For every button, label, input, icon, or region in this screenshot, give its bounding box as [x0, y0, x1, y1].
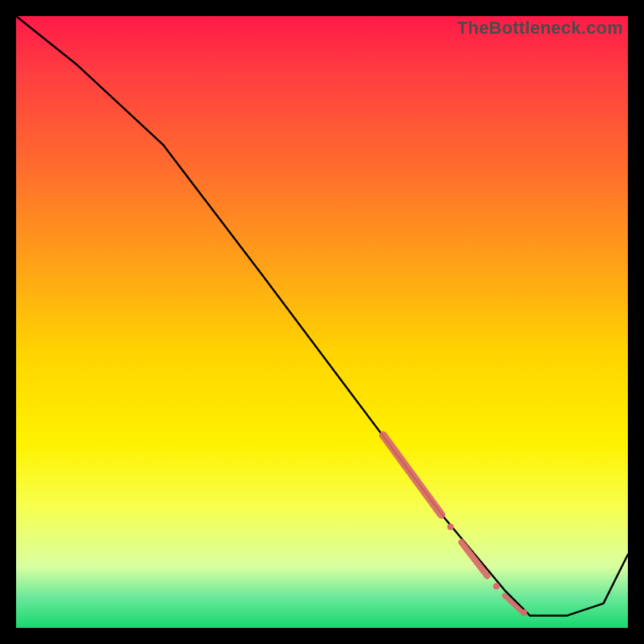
- highlight-segment: [461, 543, 487, 576]
- highlight-segment: [383, 436, 441, 515]
- highlight-dot: [448, 524, 454, 530]
- highlight-dot: [493, 583, 500, 589]
- chart-overlay-svg: [16, 16, 628, 628]
- chart-frame: TheBottleneck.com: [0, 0, 644, 644]
- highlight-dot: [521, 609, 527, 616]
- main-curve: [16, 16, 628, 616]
- chart-plot-area: TheBottleneck.com: [16, 16, 628, 628]
